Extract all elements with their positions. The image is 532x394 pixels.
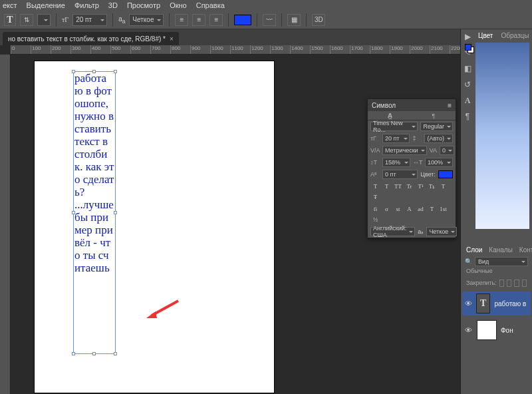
menu-select[interactable]: Выделение — [27, 1, 65, 9]
type-tool-icon[interactable]: T — [4, 14, 16, 26]
menu-3d[interactable]: 3D — [108, 1, 118, 9]
menu-window[interactable]: Окно — [170, 1, 187, 9]
lock-all-icon[interactable] — [514, 280, 519, 287]
style-button[interactable]: T¹ — [416, 182, 426, 191]
tab-character-icon[interactable]: A̲ — [368, 111, 412, 120]
style-button[interactable]: T — [438, 182, 448, 191]
menu-view[interactable]: Просмотр — [127, 1, 160, 9]
panels-toggle-icon[interactable]: ▦ — [287, 14, 301, 26]
document-tab[interactable]: но вставить текст в столбик. как это сде… — [3, 32, 179, 45]
font-style-field[interactable]: Regular — [420, 122, 453, 131]
lock-label: Закрепить: — [466, 280, 497, 286]
menu-help[interactable]: Справка — [196, 1, 225, 9]
ruler-vertical — [0, 55, 11, 394]
leading-field[interactable]: (Авто) — [424, 134, 453, 143]
lock-pixels-icon[interactable] — [499, 280, 504, 287]
opentype-button[interactable]: σ — [382, 204, 392, 214]
style-button[interactable]: T — [370, 182, 380, 191]
resize-handle[interactable] — [92, 352, 96, 355]
menu-text[interactable]: екст — [3, 1, 17, 9]
tab-paths[interactable]: Контур — [519, 246, 532, 254]
font-family-field[interactable]: Times New Ro... — [370, 122, 418, 131]
layers-panel: Слои Каналы Контур 🔍 Вид Обычные Закрепи… — [462, 244, 531, 393]
panel-menu-icon[interactable]: ≡ — [448, 102, 452, 109]
kerning-icon: V/A — [370, 147, 380, 154]
kerning-field[interactable]: Метрически — [382, 146, 427, 155]
layer-row[interactable]: 👁 T работаю в фо... — [462, 292, 531, 315]
layer-name[interactable]: Фон — [501, 327, 513, 334]
style-button[interactable]: T₁ — [427, 182, 437, 191]
font-size-dropdown[interactable]: 20 пт — [72, 14, 107, 26]
baseline-field[interactable]: 0 пт — [382, 170, 418, 179]
panel-header[interactable]: Символ ≡ — [368, 99, 456, 111]
resize-handle[interactable] — [92, 70, 96, 73]
text-color-swatch[interactable] — [234, 15, 251, 25]
style-button[interactable]: Ŧ — [370, 192, 380, 202]
visibility-icon[interactable]: 👁 — [465, 326, 473, 334]
resize-handle[interactable] — [114, 70, 117, 73]
style-button[interactable]: Tr — [404, 182, 414, 191]
opentype-button[interactable]: A — [404, 204, 414, 214]
align-center-icon[interactable]: ≡ — [192, 14, 205, 26]
menu-filter[interactable]: Фильтр — [74, 1, 99, 9]
language-field[interactable]: Английский: США — [370, 227, 415, 236]
font-family-dropdown[interactable] — [37, 14, 51, 26]
align-right-icon[interactable]: ≡ — [209, 14, 223, 26]
char-icon[interactable]: A — [463, 96, 472, 105]
size-icon: тГ — [62, 16, 68, 23]
fg-bg-swatch[interactable] — [465, 44, 474, 53]
close-icon[interactable]: × — [170, 35, 174, 43]
vscale-field[interactable]: 158% — [382, 158, 410, 167]
aa-field[interactable]: Четкое — [426, 227, 457, 236]
style-button[interactable]: TT — [393, 182, 403, 191]
play-icon[interactable]: ▶ — [463, 32, 472, 41]
layer-thumbnail[interactable]: T — [476, 294, 490, 313]
resize-handle[interactable] — [114, 352, 117, 355]
color-picker[interactable] — [475, 43, 529, 229]
para-icon[interactable]: ¶ — [463, 112, 472, 121]
clone-icon[interactable]: ◧ — [463, 64, 472, 73]
tab-channels[interactable]: Каналы — [489, 246, 513, 254]
tab-color[interactable]: Цвет — [478, 32, 493, 39]
tracking-field[interactable]: 0 — [440, 146, 454, 155]
document-tab-title: но вставить текст в столбик. как это сде… — [8, 35, 166, 43]
layer-thumbnail[interactable] — [477, 320, 497, 340]
align-left-icon[interactable]: ≡ — [175, 14, 188, 26]
lock-artboard-icon[interactable] — [522, 280, 527, 287]
color-label: Цвет: — [420, 171, 436, 178]
opentype-button[interactable]: fi — [370, 204, 380, 214]
layer-filter-dropdown[interactable]: Вид — [475, 257, 528, 266]
lock-position-icon[interactable] — [507, 280, 511, 287]
opentype-button[interactable]: 1st — [438, 204, 448, 214]
blend-mode-dropdown[interactable]: Обычные — [462, 268, 531, 277]
hscale-field[interactable]: 100% — [425, 158, 453, 167]
text-color-swatch[interactable] — [438, 170, 453, 178]
warp-text-icon[interactable]: 〰 — [263, 14, 276, 26]
visibility-icon[interactable]: 👁 — [465, 299, 472, 307]
layer-row[interactable]: 👁 Фон — [462, 318, 531, 342]
opentype-button[interactable]: ad — [416, 204, 426, 214]
opentype-button[interactable]: T — [427, 204, 437, 214]
style-button[interactable]: T — [382, 182, 392, 191]
font-size-field[interactable]: 20 пт — [382, 134, 410, 143]
canvas[interactable]: работаю в фотошопе, нужно вставить текст… — [35, 61, 274, 393]
filter-icon[interactable]: 🔍 — [465, 258, 472, 265]
color-panel: Цвет Образцы Навига — [474, 29, 531, 230]
text-frame[interactable]: работаю в фотошопе, нужно вставить текст… — [73, 71, 116, 354]
character-panel[interactable]: Символ ≡ A̲ ¶ Times New Ro... Regular тГ… — [367, 98, 456, 238]
opentype-button[interactable]: ½ — [370, 215, 380, 224]
antialias-dropdown[interactable]: Четкое — [129, 14, 164, 26]
opentype-button[interactable]: st — [393, 204, 403, 214]
orientation-toggle-icon[interactable]: ⇅ — [20, 14, 33, 26]
resize-handle[interactable] — [72, 352, 75, 355]
tab-swatches[interactable]: Образцы — [501, 32, 529, 39]
resize-handle[interactable] — [72, 70, 75, 73]
history-icon[interactable]: ↺ — [463, 80, 472, 89]
tab-layers[interactable]: Слои — [466, 246, 482, 254]
layer-name[interactable]: работаю в фо... — [494, 300, 528, 307]
resize-handle[interactable] — [114, 211, 117, 214]
text-content[interactable]: работаю в фотошопе, нужно вставить текст… — [74, 72, 115, 274]
resize-handle[interactable] — [72, 211, 75, 214]
tab-paragraph-icon[interactable]: ¶ — [412, 111, 456, 120]
3d-icon[interactable]: 3D — [312, 14, 325, 26]
